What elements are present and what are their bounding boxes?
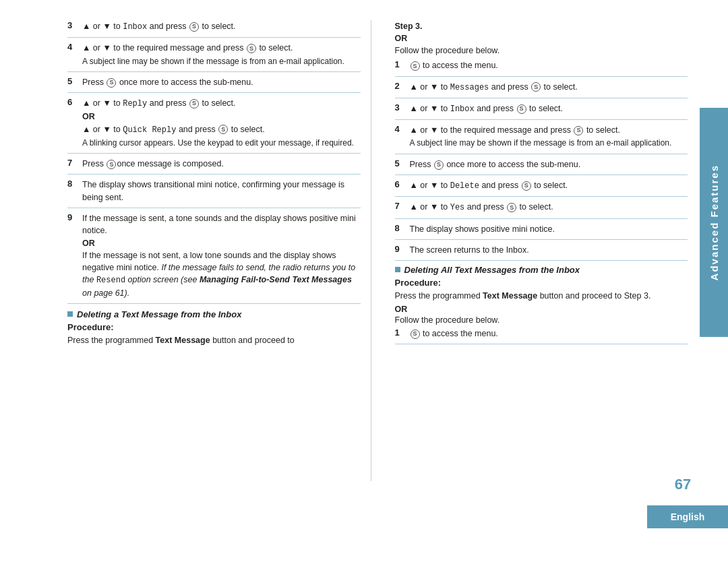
step-number: 8 [395, 223, 406, 233]
section-title: Deleting a Text Message from the Inbox [77, 309, 241, 319]
section-bullet-icon [395, 267, 400, 272]
select-button-icon: S [107, 78, 116, 88]
sidebar-advanced-features: Advanced Features [700, 108, 728, 337]
follow-procedure: Follow the procedure below. [395, 46, 500, 55]
select-button-icon: S [522, 181, 531, 191]
step-number: 5 [67, 76, 78, 86]
section-header-delete-all: Deleting All Text Messages from the Inbo… [395, 265, 688, 275]
step-row: 7 Press Sonce message is composed. [67, 158, 361, 175]
step-number: 4 [395, 124, 406, 134]
section-bullet-icon [67, 311, 73, 317]
select-button-icon: S [189, 22, 199, 32]
sub-note: A subject line may be shown if the messa… [82, 56, 361, 67]
step-content: ▲ or ▼ to Inbox and press S to select. [82, 20, 361, 33]
select-button-icon: S [531, 82, 541, 92]
step-number: 5 [395, 158, 406, 168]
select-button-icon: S [507, 203, 516, 212]
step-row: 5 Press S once more to access the sub-me… [395, 158, 688, 175]
page-container: Advanced Features 67 English 3 ▲ or ▼ to… [0, 0, 728, 562]
step-content: S to access the menu. [410, 327, 688, 340]
step-content: The display shows transitional mini noti… [82, 179, 361, 203]
step-number: 4 [67, 42, 78, 52]
step-content: ▲ or ▼ to Delete and press S to select. [410, 179, 688, 192]
step-row: 3 ▲ or ▼ to Inbox and press S to select. [395, 102, 688, 120]
step-row: 6 ▲ or ▼ to Reply and press S to select.… [67, 97, 361, 154]
step-content: ▲ or ▼ to Messages and press S to select… [410, 81, 688, 94]
step3-or-intro: Step 3. OR Follow the procedure below. [395, 20, 688, 57]
step-number: 3 [395, 102, 406, 113]
sub-note: A subject line may be shown if the messa… [410, 137, 688, 149]
or-label: OR [82, 111, 361, 123]
section-header-delete-single: Deleting a Text Message from the Inbox [67, 309, 361, 319]
step-row: 9 The screen returns to the Inbox. [395, 244, 688, 261]
procedure-text-all: Press the programmed Text Message button… [395, 290, 688, 302]
step-number: 7 [395, 201, 406, 211]
step-row: 6 ▲ or ▼ to Delete and press S to select… [395, 179, 688, 197]
select-button-icon: S [107, 160, 116, 169]
procedure-text: Press the programmed Text Message button… [67, 334, 361, 346]
step-row: 2 ▲ or ▼ to Messages and press S to sele… [395, 81, 688, 98]
step-number: 9 [395, 244, 406, 254]
procedure-label: Procedure: [67, 322, 361, 332]
sub-note: A blinking cursor appears. Use the keypa… [82, 137, 361, 149]
step-content: S to access the menu. [410, 59, 688, 71]
or-label: OR [395, 34, 408, 43]
step-number: 8 [67, 179, 78, 189]
step-number: 3 [67, 20, 78, 30]
select-button-icon: S [517, 104, 526, 114]
step-content: Press Sonce message is composed. [82, 158, 361, 170]
right-column: Step 3. OR Follow the procedure below. 1… [392, 20, 688, 481]
left-column: 3 ▲ or ▼ to Inbox and press S to select.… [67, 20, 371, 481]
step-number: 1 [395, 327, 406, 338]
step-content: Press S once more to access the sub-menu… [82, 76, 361, 88]
step-content: ▲ or ▼ to the required message and press… [82, 42, 361, 67]
step-row: 5 Press S once more to access the sub-me… [67, 76, 361, 93]
procedure-label-all: Procedure: [395, 278, 688, 288]
select-button-icon: S [218, 125, 228, 134]
section-title: Deleting All Text Messages from the Inbo… [404, 265, 580, 275]
step-content: ▲ or ▼ to Reply and press S to select. O… [82, 97, 361, 149]
select-button-icon: S [411, 330, 420, 339]
select-button-icon: S [411, 61, 420, 71]
step-content: The screen returns to the Inbox. [410, 244, 688, 256]
step-content: Press S once more to access the sub-menu… [410, 158, 688, 170]
step-row: 1 S to access the menu. [395, 59, 688, 76]
english-button[interactable]: English [647, 505, 728, 528]
step-number: 1 [395, 59, 406, 69]
select-button-icon: S [574, 126, 583, 135]
step-row: 9 If the message is sent, a tone sounds … [67, 212, 361, 304]
step-number: 7 [67, 158, 78, 168]
step-content: ▲ or ▼ to the required message and press… [410, 124, 688, 150]
step-number: 6 [67, 97, 78, 107]
step-row: 4 ▲ or ▼ to the required message and pre… [395, 124, 688, 154]
step-content: ▲ or ▼ to Yes and press S to select. [410, 201, 688, 214]
step-content: The display shows positive mini notice. [410, 223, 688, 235]
step-row: 8 The display shows positive mini notice… [395, 223, 688, 240]
step-number: 2 [395, 81, 406, 91]
select-button-icon: S [189, 99, 199, 108]
select-button-icon: S [434, 160, 444, 170]
select-button-icon: S [247, 44, 256, 53]
step-content: If the message is sent, a tone sounds an… [82, 212, 361, 299]
or-label: OR [82, 237, 361, 249]
content-area: 3 ▲ or ▼ to Inbox and press S to select.… [67, 20, 688, 481]
step-row: 4 ▲ or ▼ to the required message and pre… [67, 42, 361, 72]
follow-procedure-all: Follow the procedure below. [395, 315, 688, 325]
step-content: ▲ or ▼ to Inbox and press S to select. [410, 102, 688, 115]
step-number: 6 [395, 179, 406, 189]
step3-label: Step 3. [395, 22, 423, 31]
step-row: 8 The display shows transitional mini no… [67, 179, 361, 208]
or-label-all: OR [395, 305, 688, 314]
sidebar-label-text: Advanced Features [708, 164, 720, 280]
step-number: 9 [67, 212, 78, 222]
step-row: 3 ▲ or ▼ to Inbox and press S to select. [67, 20, 361, 38]
step-row: 7 ▲ or ▼ to Yes and press S to select. [395, 201, 688, 218]
step-row: 1 S to access the menu. [395, 327, 688, 344]
